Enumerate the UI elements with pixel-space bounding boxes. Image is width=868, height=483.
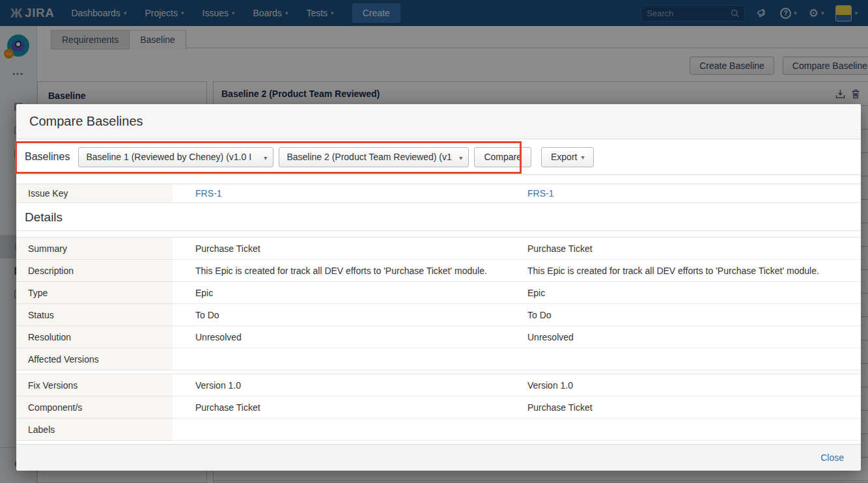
compare-baselines-modal: Compare Baselines Baselines Baseline 1 (…	[16, 104, 861, 471]
issue-key-link-baseline2[interactable]: FRS-1	[527, 188, 553, 199]
row-label: Labels	[16, 419, 173, 441]
table-row: Labels	[16, 419, 861, 441]
row-value-baseline2: Unresolved	[505, 326, 861, 348]
row-value-baseline2: Purchase Ticket	[505, 238, 861, 260]
row-value-baseline1: Unresolved	[173, 326, 505, 348]
row-value-baseline1	[173, 348, 505, 370]
table-row: Fix Versions Version 1.0 Version 1.0	[16, 374, 861, 396]
modal-body: Issue Key FRS-1 FRS-1 Details Summary Pu…	[16, 175, 861, 444]
row-value-baseline1: Epic	[173, 282, 505, 304]
baseline1-select[interactable]: Baseline 1 (Reviewed by Cheney) (v1.0 I …	[78, 147, 273, 167]
issue-key-table: Issue Key FRS-1 FRS-1	[16, 184, 861, 203]
table-row: Status To Do To Do	[16, 304, 861, 326]
modal-title: Compare Baselines	[29, 114, 143, 129]
issue-key-link-baseline1[interactable]: FRS-1	[195, 188, 221, 199]
row-value-baseline1: This Epic is created for track all DEV e…	[173, 260, 505, 282]
table-row: Type Epic Epic	[16, 282, 861, 304]
row-value-baseline2: Purchase Ticket	[505, 396, 861, 419]
table-row: Resolution Unresolved Unresolved	[16, 326, 861, 348]
export-button[interactable]: Export ▾	[541, 147, 595, 167]
baseline1-selected-value: Baseline 1 (Reviewed by Cheney) (v1.0 I	[86, 152, 251, 162]
row-value-baseline2	[505, 419, 861, 441]
row-value-baseline1: Purchase Ticket	[173, 238, 505, 260]
row-label: Type	[16, 282, 173, 304]
row-label: Description	[16, 260, 173, 282]
row-value-baseline2	[505, 348, 861, 370]
table-row: Affected Versions	[16, 348, 861, 370]
table-row: Description This Epic is created for tra…	[16, 260, 861, 282]
close-link[interactable]: Close	[820, 452, 844, 463]
row-label: Summary	[16, 238, 173, 260]
row-value-baseline2: Epic	[505, 282, 861, 304]
chevron-down-icon: ▾	[581, 154, 584, 161]
chevron-down-icon: ▾	[264, 154, 267, 161]
modal-footer: Close	[16, 444, 861, 471]
baseline2-selected-value: Baseline 2 (Product Team Reviewed) (v1	[287, 152, 451, 162]
row-value-baseline1: To Do	[173, 304, 505, 326]
baselines-label: Baselines	[25, 151, 70, 163]
issue-key-row: Issue Key FRS-1 FRS-1	[16, 184, 861, 203]
table-row: Summary Purchase Ticket Purchase Ticket	[16, 238, 861, 260]
export-button-label: Export	[551, 152, 577, 162]
row-value-baseline1	[173, 419, 505, 441]
table-row: Component/s Purchase Ticket Purchase Tic…	[16, 396, 861, 419]
chevron-down-icon: ▾	[459, 154, 462, 161]
row-value-baseline2: To Do	[505, 304, 861, 326]
compare-button[interactable]: Compare	[474, 147, 531, 167]
row-value-baseline1: Purchase Ticket	[173, 396, 505, 419]
modal-toolbar: Baselines Baseline 1 (Reviewed by Cheney…	[16, 139, 861, 175]
row-value-baseline1: Version 1.0	[173, 374, 505, 396]
versions-table: Fix Versions Version 1.0 Version 1.0 Com…	[16, 374, 861, 441]
row-label: Affected Versions	[16, 348, 173, 370]
row-label: Issue Key	[16, 184, 173, 203]
details-table: Summary Purchase Ticket Purchase Ticket …	[16, 237, 861, 370]
row-label: Fix Versions	[16, 374, 173, 396]
baseline2-select[interactable]: Baseline 2 (Product Team Reviewed) (v1 ▾	[279, 147, 469, 167]
row-label: Component/s	[16, 396, 173, 419]
row-label: Resolution	[16, 326, 173, 348]
row-value-baseline2: Version 1.0	[505, 374, 861, 396]
row-value-baseline2: This Epic is created for track all DEV e…	[505, 260, 861, 282]
app-root: Ж JIRA Dashboards ▾ Projects ▾ Issues ▾	[0, 0, 868, 483]
modal-header: Compare Baselines	[16, 104, 861, 139]
details-section-heading: Details	[16, 203, 861, 231]
row-label: Status	[16, 304, 173, 326]
